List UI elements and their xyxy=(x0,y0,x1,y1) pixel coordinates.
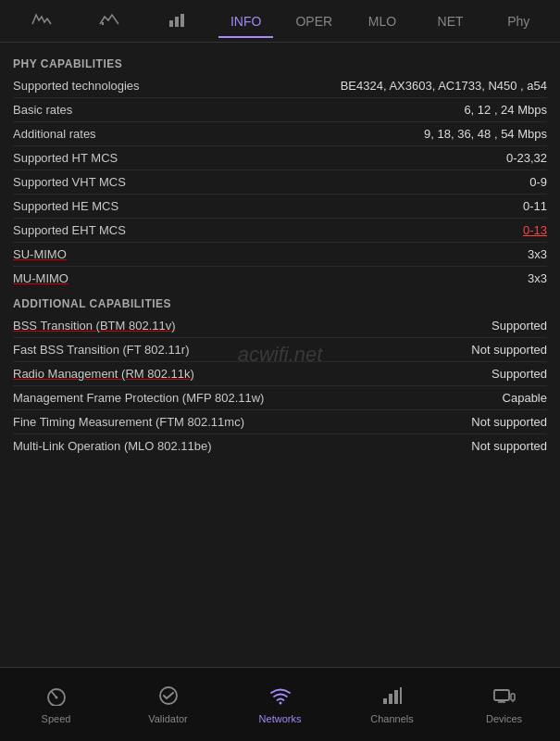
row-additional-rates: Additional rates 9, 18, 36, 48 , 54 Mbps xyxy=(13,122,547,146)
svg-point-7 xyxy=(279,701,281,704)
tab-info[interactable]: INFO xyxy=(212,5,280,38)
value-basic-rates: 6, 12 , 24 Mbps xyxy=(464,103,547,117)
row-ftm: Fine Timing Measurement (FTM 802.11mc) N… xyxy=(13,410,547,434)
value-mu-mimo: 3x3 xyxy=(528,271,547,285)
value-mfp: Capable xyxy=(503,391,547,405)
row-ht-mcs: Supported HT MCS 0-23,32 xyxy=(13,146,547,170)
additional-capabilities-header: ADDITIONAL CAPABILITIES xyxy=(13,297,547,310)
value-mlo: Not supported xyxy=(471,439,547,453)
label-mu-mimo: MU-MIMO xyxy=(13,271,528,285)
row-eht-mcs: Supported EHT MCS 0-13 xyxy=(13,219,547,243)
svg-rect-3 xyxy=(180,14,184,27)
row-mfp: Management Frame Protection (MFP 802.11w… xyxy=(13,386,547,410)
svg-point-5 xyxy=(55,696,57,698)
label-additional-rates: Additional rates xyxy=(13,127,424,141)
row-radio-mgmt: Radio Management (RM 802.11k) Supported xyxy=(13,362,547,386)
svg-rect-9 xyxy=(389,694,392,704)
value-su-mimo: 3x3 xyxy=(528,247,547,261)
label-ht-mcs: Supported HT MCS xyxy=(13,151,506,165)
value-ftm: Not supported xyxy=(471,415,547,429)
tab-chart[interactable] xyxy=(76,2,144,40)
additional-capabilities-section: ADDITIONAL CAPABILITIES BSS Transition (… xyxy=(13,297,547,458)
label-eht-mcs: Supported EHT MCS xyxy=(13,223,523,237)
svg-rect-0 xyxy=(102,22,104,25)
label-basic-rates: Basic rates xyxy=(13,103,464,117)
tab-wave[interactable] xyxy=(7,2,76,40)
value-supported-tech: BE4324, AX3603, AC1733, N450 , a54 xyxy=(341,79,547,93)
svg-rect-2 xyxy=(175,17,179,27)
nav-devices[interactable]: Devices xyxy=(448,668,560,741)
row-bss-transition: BSS Transition (BTM 802.11v) Supported xyxy=(13,314,547,338)
top-tab-bar: INFO OPER MLO NET Phy xyxy=(0,0,560,43)
value-bss-transition: Supported xyxy=(492,319,547,333)
row-mu-mimo: MU-MIMO 3x3 xyxy=(13,267,547,290)
row-vht-mcs: Supported VHT MCS 0-9 xyxy=(13,170,547,195)
value-eht-mcs: 0-13 xyxy=(523,223,547,237)
label-vht-mcs: Supported VHT MCS xyxy=(13,175,529,189)
nav-channels-label: Channels xyxy=(370,713,413,724)
label-mfp: Management Frame Protection (MFP 802.11w… xyxy=(13,391,503,405)
row-supported-tech: Supported technologies BE4324, AX3603, A… xyxy=(13,74,547,98)
nav-speed[interactable]: Speed xyxy=(0,668,112,741)
value-additional-rates: 9, 18, 36, 48 , 54 Mbps xyxy=(424,127,547,141)
row-su-mimo: SU-MIMO 3x3 xyxy=(13,243,547,267)
value-fast-bss: Not supported xyxy=(471,343,547,357)
label-fast-bss: Fast BSS Transition (FT 802.11r) xyxy=(13,343,471,357)
row-he-mcs: Supported HE MCS 0-11 xyxy=(13,195,547,219)
row-mlo: Multi-Link Operation (MLO 802.11be) Not … xyxy=(13,434,547,458)
wifi-icon xyxy=(268,685,292,710)
devices-icon xyxy=(492,685,516,710)
speed-icon xyxy=(44,685,68,710)
label-mlo: Multi-Link Operation (MLO 802.11be) xyxy=(13,439,471,453)
bottom-nav: Speed Validator Networks xyxy=(0,667,560,741)
tab-phy[interactable]: Phy xyxy=(484,5,553,38)
tab-bar[interactable] xyxy=(143,2,212,40)
label-ftm: Fine Timing Measurement (FTM 802.11mc) xyxy=(13,415,471,429)
check-icon xyxy=(157,685,180,710)
phy-capabilities-section: PHY CAPABILITIES Supported technologies … xyxy=(13,57,547,290)
value-ht-mcs: 0-23,32 xyxy=(506,151,547,165)
label-bss-transition: BSS Transition (BTM 802.11v) xyxy=(13,319,492,333)
nav-validator-label: Validator xyxy=(148,713,188,724)
svg-rect-10 xyxy=(394,690,398,704)
label-radio-mgmt: Radio Management (RM 802.11k) xyxy=(13,367,492,381)
nav-validator[interactable]: Validator xyxy=(112,668,224,741)
tab-net[interactable]: NET xyxy=(417,5,485,38)
svg-rect-15 xyxy=(511,694,515,700)
nav-networks[interactable]: Networks xyxy=(224,668,336,741)
value-vht-mcs: 0-9 xyxy=(529,175,547,189)
label-su-mimo: SU-MIMO xyxy=(13,247,528,261)
row-fast-bss: Fast BSS Transition (FT 802.11r) Not sup… xyxy=(13,338,547,362)
nav-devices-label: Devices xyxy=(486,713,522,724)
svg-rect-1 xyxy=(169,20,173,27)
row-basic-rates: Basic rates 6, 12 , 24 Mbps xyxy=(13,98,547,122)
svg-rect-8 xyxy=(383,698,387,704)
tab-oper[interactable]: OPER xyxy=(280,5,349,38)
nav-networks-label: Networks xyxy=(259,713,302,724)
bars-icon xyxy=(381,685,404,710)
main-content: PHY CAPABILITIES Supported technologies … xyxy=(0,43,560,667)
svg-rect-11 xyxy=(400,687,402,704)
svg-rect-12 xyxy=(494,690,509,700)
label-supported-tech: Supported technologies xyxy=(13,79,341,93)
nav-channels[interactable]: Channels xyxy=(336,668,448,741)
label-he-mcs: Supported HE MCS xyxy=(13,199,523,213)
svg-point-16 xyxy=(512,700,514,702)
value-radio-mgmt: Supported xyxy=(492,367,547,381)
tab-mlo[interactable]: MLO xyxy=(348,5,417,38)
nav-speed-label: Speed xyxy=(42,713,71,724)
value-he-mcs: 0-11 xyxy=(523,199,547,213)
phy-capabilities-header: PHY CAPABILITIES xyxy=(13,57,547,70)
